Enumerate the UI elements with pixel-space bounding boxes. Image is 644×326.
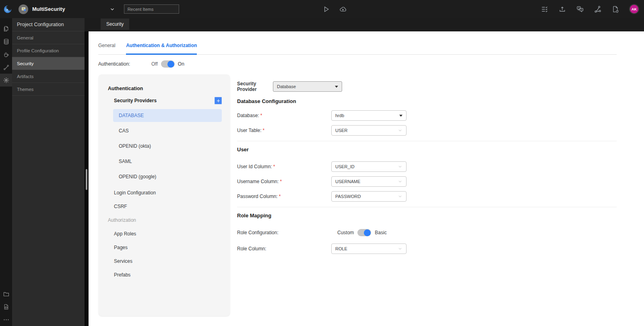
section-divider <box>237 141 617 141</box>
sidebar-item[interactable]: Security <box>12 57 85 70</box>
role-column-select[interactable]: ROLE <box>331 243 407 254</box>
export-icon[interactable] <box>558 5 566 13</box>
chevron-down-icon <box>398 128 402 133</box>
password-column-value: PASSWORD <box>335 194 361 199</box>
database-icon[interactable] <box>0 35 12 48</box>
security-settings-content: General Authentication & Authorization A… <box>89 31 644 326</box>
sidebar-item[interactable]: Artifacts <box>12 70 85 83</box>
authentication-items: Login Configuration CSRF <box>108 189 222 210</box>
plus-icon <box>216 99 221 103</box>
sidebar-scrollbar-thumb[interactable] <box>86 169 87 190</box>
wavemaker-logo-icon <box>3 5 12 14</box>
authorization-section-header: Authorization <box>108 216 222 224</box>
security-provider-value: Database <box>277 84 296 89</box>
panel-item[interactable]: Login Configuration <box>114 189 222 197</box>
security-providers-list: DATABASE CAS OPENID (okta) SAML OPENID (… <box>108 109 222 183</box>
required-marker: * <box>280 179 282 184</box>
security-provider-item[interactable]: SAML <box>113 155 222 168</box>
security-provider-item[interactable]: CAS <box>113 124 222 137</box>
deploy-cloud-upload-icon[interactable] <box>339 5 347 13</box>
toggle-on-label: On <box>178 61 184 67</box>
user-table-value: USER <box>335 128 348 133</box>
apis-icon[interactable] <box>0 61 12 74</box>
role-configuration-label: Role Configuration: <box>237 230 331 235</box>
role-column-value: ROLE <box>335 246 347 251</box>
panel-item[interactable]: CSRF <box>114 202 222 210</box>
left-icon-rail: LOG <box>0 18 12 326</box>
role-column-field-label: Role Column: <box>237 246 331 252</box>
top-bar: MultiSecurity AK <box>0 0 644 18</box>
toggle-off-label: Off <box>151 61 158 67</box>
run-preview-icon[interactable] <box>322 5 330 13</box>
security-provider-item[interactable]: DATABASE <box>113 109 222 122</box>
panel-item[interactable]: Prefabs <box>114 271 222 279</box>
user-id-column-select[interactable]: USER_ID <box>331 161 407 172</box>
authorization-items: App Roles Pages Services Prefabs <box>108 230 222 279</box>
database-field-label: Database:* <box>237 113 331 118</box>
username-column-select[interactable]: USERNAME <box>331 176 407 187</box>
settings-icon[interactable] <box>0 74 12 87</box>
version-control-icon[interactable] <box>594 5 602 13</box>
sidebar-item[interactable]: Profile Configuration <box>12 44 85 57</box>
tab-security[interactable]: Security <box>101 19 129 30</box>
required-marker: * <box>279 194 281 199</box>
database-select[interactable]: hrdb <box>331 110 407 121</box>
section-divider <box>237 207 617 207</box>
authentication-toggle[interactable] <box>161 60 175 68</box>
pages-icon[interactable] <box>0 22 12 35</box>
chevron-down-icon <box>335 86 338 88</box>
security-provider-field-label: Security Provider <box>237 81 273 92</box>
svg-text:LOG: LOG <box>5 307 7 308</box>
required-marker: * <box>260 113 262 118</box>
security-tab[interactable]: General <box>98 43 116 54</box>
security-navigation-panel: Authentication Security Providers DATABA… <box>99 74 230 316</box>
security-provider-select[interactable]: Database <box>273 81 342 92</box>
chevron-down-icon <box>398 246 402 251</box>
user-id-column-field-label: User Id Column:* <box>237 164 331 169</box>
more-options-icon[interactable] <box>0 313 12 326</box>
user-table-select[interactable]: USER <box>331 125 407 136</box>
chevron-down-icon <box>398 194 402 199</box>
open-tabs-strip: Security <box>85 18 644 31</box>
panel-item[interactable]: Services <box>114 257 222 265</box>
recent-items-input[interactable] <box>124 4 179 14</box>
database-value: hrdb <box>335 113 344 118</box>
panel-item[interactable]: App Roles <box>114 230 222 238</box>
security-provider-item[interactable]: OPENID (google) <box>113 170 222 183</box>
add-security-provider-button[interactable] <box>215 97 222 104</box>
role-mapping-heading: Role Mapping <box>237 213 617 219</box>
security-provider-item[interactable]: OPENID (okta) <box>113 140 222 153</box>
role-config-custom-label: Custom <box>337 230 354 235</box>
project-configuration-sidebar: Project Configuration General Profile Co… <box>12 18 85 326</box>
sidebar-item[interactable]: General <box>12 31 85 44</box>
required-marker: * <box>273 164 275 169</box>
sidebar-item[interactable]: Themes <box>12 83 85 96</box>
localization-icon[interactable] <box>576 5 584 13</box>
username-column-field-label: Username Column:* <box>237 179 331 184</box>
authentication-label: Authentication: <box>98 61 151 67</box>
project-name: MultiSecurity <box>32 6 65 12</box>
password-column-field-label: Password Column:* <box>237 194 331 199</box>
file-explorer-folder-icon[interactable] <box>0 287 12 300</box>
chevron-down-icon <box>399 115 402 117</box>
chevron-down-icon <box>398 164 402 169</box>
authentication-toggle-row: Authentication: Off On <box>98 60 184 68</box>
user-table-field-label: User Table:* <box>237 128 331 133</box>
file-sync-icon[interactable] <box>611 5 619 13</box>
authentication-section-header: Authentication <box>108 86 222 92</box>
project-type-icon <box>19 4 28 14</box>
project-switcher-chevron-down-icon[interactable] <box>109 6 115 12</box>
user-heading: User <box>237 146 617 153</box>
chevron-down-icon <box>398 179 402 184</box>
app-logs-icon[interactable]: LOG <box>0 300 12 313</box>
task-checklist-icon[interactable] <box>541 5 549 13</box>
sidebar-items: General Profile Configuration Security A… <box>12 31 85 96</box>
password-column-select[interactable]: PASSWORD <box>331 191 407 202</box>
role-configuration-toggle[interactable] <box>357 229 371 236</box>
database-configuration-heading: Database Configuration <box>237 98 617 104</box>
panel-item[interactable]: Pages <box>114 243 222 252</box>
required-marker: * <box>262 128 264 133</box>
security-tab[interactable]: Authentication & Authorization <box>126 43 197 55</box>
java-services-icon[interactable] <box>0 48 12 61</box>
user-avatar[interactable]: AK <box>629 4 639 14</box>
